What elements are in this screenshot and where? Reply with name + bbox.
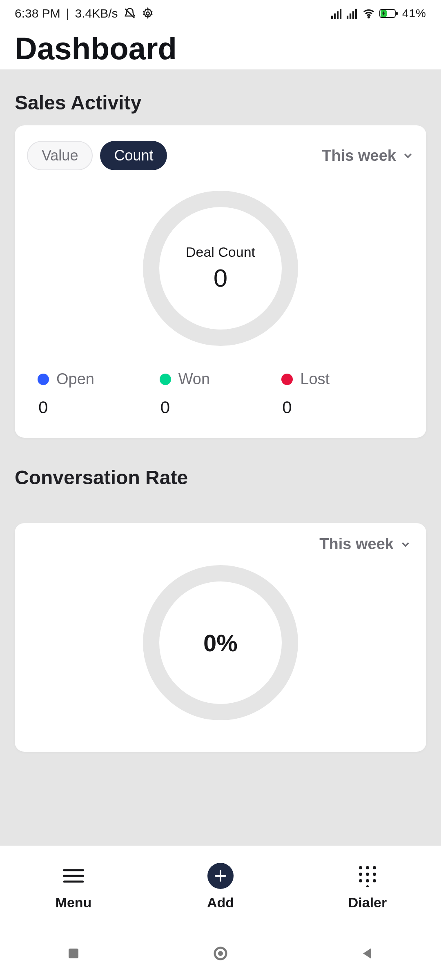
svg-point-23: [366, 873, 369, 876]
svg-point-31: [218, 951, 223, 956]
status-battery-text: 41%: [402, 7, 426, 20]
conversation-rate-donut: 0%: [143, 565, 298, 720]
svg-rect-5: [340, 9, 341, 19]
nav-add[interactable]: Add: [180, 863, 261, 911]
svg-point-1: [146, 12, 149, 15]
status-net-speed: 3.4KB/s: [75, 7, 118, 20]
signal-icon-2: [347, 8, 358, 19]
sys-home-button[interactable]: [212, 945, 229, 962]
legend-lost: Lost 0: [281, 370, 403, 417]
nav-label-menu: Menu: [56, 895, 92, 911]
svg-point-27: [373, 879, 376, 882]
legend-dot-open: [38, 374, 49, 385]
period-label: This week: [319, 535, 394, 553]
svg-point-26: [366, 879, 369, 882]
toggle-value[interactable]: Value: [27, 141, 93, 170]
conversation-rate-card: This week 0%: [15, 523, 426, 752]
legend-dot-won: [160, 374, 171, 385]
legend-dot-lost: [281, 374, 293, 385]
donut-value: 0: [214, 263, 227, 292]
app-header: Dashboard: [0, 27, 441, 69]
legend-value-lost: 0: [282, 398, 403, 417]
sys-back-button[interactable]: [359, 945, 376, 962]
svg-point-25: [359, 879, 362, 882]
menu-icon: [62, 863, 85, 889]
svg-marker-32: [363, 948, 371, 959]
deal-legend: Open 0 Won 0 Lost 0: [27, 358, 414, 425]
legend-label-lost: Lost: [300, 370, 330, 388]
dialpad-icon: [357, 863, 378, 889]
svg-rect-12: [396, 12, 398, 15]
legend-won: Won 0: [160, 370, 282, 417]
section-title-sales-activity: Sales Activity: [0, 69, 441, 125]
app-bottom-nav: Menu Add Dialer: [0, 845, 441, 927]
sales-activity-card: Value Count This week Deal Count 0: [15, 125, 426, 438]
conversation-rate-value: 0%: [203, 629, 238, 657]
svg-point-19: [359, 866, 362, 869]
deal-count-donut: Deal Count 0: [143, 191, 298, 346]
nav-label-dialer: Dialer: [348, 895, 387, 911]
wifi-icon: [362, 7, 375, 20]
mute-icon: [124, 7, 136, 20]
gear-icon: [142, 7, 154, 20]
donut-label: Deal Count: [186, 244, 255, 260]
sys-recent-button[interactable]: [65, 945, 82, 962]
svg-point-22: [359, 873, 362, 876]
period-selector-sales[interactable]: This week: [322, 147, 414, 165]
svg-rect-2: [331, 16, 333, 19]
nav-menu[interactable]: Menu: [33, 863, 114, 911]
chevron-down-icon: [402, 149, 414, 162]
period-selector-conv[interactable]: This week: [319, 535, 412, 553]
chevron-down-icon: [399, 538, 412, 550]
svg-rect-3: [334, 13, 336, 19]
metric-toggle: Value Count: [27, 141, 167, 170]
svg-rect-9: [355, 9, 357, 19]
svg-point-10: [368, 17, 370, 18]
svg-point-21: [373, 866, 376, 869]
svg-point-20: [366, 866, 369, 869]
nav-label-add: Add: [207, 895, 234, 911]
legend-value-open: 0: [38, 398, 160, 417]
svg-point-28: [366, 885, 369, 887]
signal-icon: [331, 8, 343, 19]
svg-point-24: [373, 873, 376, 876]
legend-label-won: Won: [178, 370, 210, 388]
svg-rect-4: [337, 11, 339, 19]
svg-rect-8: [352, 11, 354, 19]
status-bar: 6:38 PM | 3.4KB/s: [0, 0, 441, 27]
page-title: Dashboard: [15, 31, 177, 66]
battery-icon: [379, 8, 398, 19]
svg-rect-6: [347, 16, 348, 19]
svg-rect-29: [69, 949, 78, 958]
svg-rect-7: [350, 13, 351, 19]
period-label: This week: [322, 147, 396, 165]
toggle-count[interactable]: Count: [100, 141, 167, 170]
plus-icon: [207, 863, 234, 889]
status-time: 6:38 PM: [15, 7, 60, 20]
nav-dialer[interactable]: Dialer: [327, 863, 408, 911]
status-divider: |: [66, 7, 69, 20]
legend-label-open: Open: [56, 370, 94, 388]
system-nav-bar: [0, 927, 441, 980]
legend-open: Open 0: [38, 370, 160, 417]
legend-value-won: 0: [160, 398, 282, 417]
section-title-conversation-rate: Conversation Rate: [0, 438, 441, 500]
